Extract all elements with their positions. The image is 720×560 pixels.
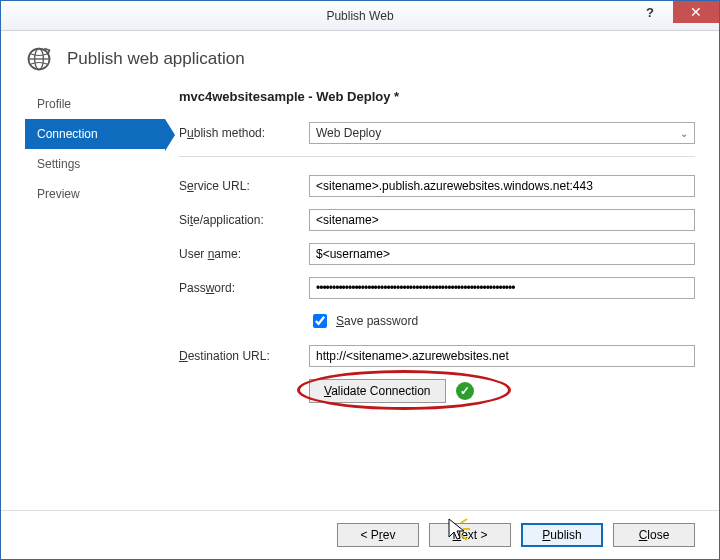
validation-success-icon: ✓: [456, 382, 474, 400]
sidebar-item-profile[interactable]: Profile: [25, 89, 165, 119]
save-password-label: Save password: [336, 314, 418, 328]
publish-button[interactable]: Publish: [521, 523, 603, 547]
close-window-button[interactable]: ✕: [673, 1, 719, 23]
password-label: Password:: [179, 281, 309, 295]
dialog-header: Publish web application: [1, 31, 719, 79]
destination-url-input[interactable]: [309, 345, 695, 367]
page-title: mvc4websitesample - Web Deploy *: [179, 89, 695, 104]
username-input[interactable]: [309, 243, 695, 265]
dialog-heading: Publish web application: [67, 49, 245, 69]
window-buttons: ? ✕: [627, 1, 719, 23]
sidebar-item-connection[interactable]: Connection: [25, 119, 165, 149]
connection-page: mvc4websitesample - Web Deploy * Publish…: [165, 85, 695, 403]
destination-url-label: Destination URL:: [179, 349, 309, 363]
password-input[interactable]: [309, 277, 695, 299]
validate-connection-button[interactable]: Validate Connection: [309, 379, 446, 403]
separator: [179, 156, 695, 157]
chevron-down-icon: ⌄: [680, 128, 688, 139]
sidebar-item-preview[interactable]: Preview: [25, 179, 165, 209]
close-button[interactable]: Close: [613, 523, 695, 547]
window-title: Publish Web: [326, 9, 393, 23]
username-label: User name:: [179, 247, 309, 261]
service-url-input[interactable]: [309, 175, 695, 197]
publish-method-select[interactable]: Web Deploy ⌄: [309, 122, 695, 144]
next-button[interactable]: Next >: [429, 523, 511, 547]
prev-button[interactable]: < Prev: [337, 523, 419, 547]
titlebar: Publish Web ? ✕: [1, 1, 719, 31]
save-password-checkbox[interactable]: [313, 314, 327, 328]
site-app-label: Site/application:: [179, 213, 309, 227]
help-button[interactable]: ?: [627, 1, 673, 23]
publish-method-label: Publish method:: [179, 126, 309, 140]
wizard-sidebar: Profile Connection Settings Preview: [25, 85, 165, 403]
dialog-footer: < Prev Next > Publish Close: [1, 510, 719, 559]
publish-method-value: Web Deploy: [316, 126, 381, 140]
validate-area: Validate Connection ✓: [309, 379, 695, 403]
globe-icon: [25, 45, 53, 73]
site-app-input[interactable]: [309, 209, 695, 231]
publish-web-dialog: Publish Web ? ✕ Publish web application …: [0, 0, 720, 560]
sidebar-item-settings[interactable]: Settings: [25, 149, 165, 179]
service-url-label: Service URL:: [179, 179, 309, 193]
